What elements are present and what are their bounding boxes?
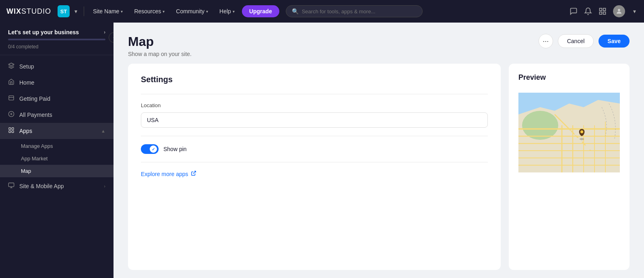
community-label: Community: [176, 8, 204, 15]
avatar-dropdown[interactable]: ▾: [632, 7, 638, 15]
svg-point-4: [618, 9, 620, 11]
site-name-label: Site Name: [93, 8, 119, 15]
setup-title-text: Let's set up your business: [8, 29, 79, 35]
studio-text: STUDIO: [21, 7, 51, 15]
sidebar-sub-item-map[interactable]: Map: [0, 165, 114, 177]
apps-icon: [8, 127, 14, 135]
setup-banner: Let's set up your business › 0/4 complet…: [0, 23, 114, 55]
svg-point-46: [580, 131, 583, 133]
map-svg: [518, 88, 620, 177]
sidebar-item-apps[interactable]: Apps ▲: [0, 123, 114, 139]
settings-panel: Settings Location ✓ Show pin: [128, 64, 501, 270]
explore-more-apps-link[interactable]: Explore more apps: [141, 170, 488, 177]
toggle-check-icon: ✓: [152, 147, 155, 151]
svg-rect-39: [586, 138, 593, 143]
apps-chevron: ▲: [101, 129, 105, 133]
sidebar-sub-item-manage-apps[interactable]: Manage Apps: [0, 140, 114, 152]
home-label: Home: [19, 79, 105, 86]
svg-rect-3: [600, 12, 602, 15]
svg-point-20: [522, 111, 558, 140]
svg-rect-11: [12, 128, 14, 130]
apps-submenu: Manage Apps App Market Map: [0, 139, 114, 178]
all-payments-label: All Payments: [19, 112, 105, 118]
bell-icon-button[interactable]: [584, 7, 592, 15]
search-icon: 🔍: [292, 8, 299, 15]
sidebar-item-home[interactable]: Home: [0, 75, 114, 91]
nav-community[interactable]: Community ▾: [172, 6, 212, 17]
external-link-icon: [191, 170, 196, 177]
site-mobile-chevron: ›: [104, 184, 105, 189]
svg-rect-13: [12, 131, 14, 133]
sidebar: ‹ Let's set up your business › 0/4 compl…: [0, 23, 114, 278]
sidebar-item-site-mobile[interactable]: Site & Mobile App ›: [0, 178, 114, 194]
search-input[interactable]: [302, 8, 417, 15]
svg-rect-10: [9, 128, 11, 130]
nav-help[interactable]: Help ▾: [215, 6, 239, 17]
chat-icon-button[interactable]: [570, 7, 578, 15]
avatar[interactable]: [613, 5, 625, 17]
setup-icon: [8, 62, 14, 71]
home-icon: [8, 79, 14, 87]
more-options-button[interactable]: ···: [539, 34, 553, 48]
sidebar-item-getting-paid[interactable]: Getting Paid: [0, 91, 114, 107]
svg-rect-43: [586, 145, 593, 150]
content-area: Map Show a map on your site. ··· Cancel …: [114, 23, 644, 278]
setup-progress-text: 0/4 completed: [8, 44, 38, 50]
page-title: Map: [128, 34, 192, 49]
main-area: ‹ Let's set up your business › 0/4 compl…: [0, 23, 644, 278]
svg-rect-12: [9, 131, 11, 133]
show-pin-label: Show pin: [163, 146, 187, 152]
svg-rect-0: [600, 8, 602, 11]
apps-label: Apps: [19, 128, 96, 134]
svg-rect-35: [586, 131, 593, 135]
map-preview: [518, 88, 620, 177]
all-payments-icon: [8, 111, 14, 119]
setup-arrow: ›: [104, 29, 105, 35]
page-subtitle: Show a map on your site.: [128, 51, 192, 57]
grid-icon-button[interactable]: [599, 7, 607, 15]
site-dropdown-button[interactable]: ▾: [73, 7, 79, 15]
page-title-section: Map Show a map on your site.: [128, 34, 192, 57]
svg-line-17: [193, 171, 195, 174]
location-input[interactable]: [141, 112, 488, 128]
site-mobile-label: Site & Mobile App: [19, 183, 99, 189]
nav-resources[interactable]: Resources ▾: [130, 6, 169, 17]
setup-progress-bar: [8, 39, 105, 40]
settings-divider-mid: [141, 136, 488, 136]
upgrade-button[interactable]: Upgrade: [242, 5, 279, 17]
app-market-label: App Market: [21, 156, 47, 162]
svg-rect-5: [9, 96, 14, 100]
preview-panel: Preview: [509, 64, 630, 270]
setup-title: Let's set up your business ›: [8, 29, 105, 35]
top-nav: WIXSTUDIO ST ▾ Site Name ▾ Resources ▾ C…: [0, 0, 644, 23]
svg-rect-2: [603, 12, 606, 15]
svg-rect-42: [575, 145, 582, 150]
nav-site-name[interactable]: Site Name ▾: [89, 6, 127, 17]
svg-rect-33: [564, 131, 571, 135]
sidebar-nav: Setup Home Getting Paid All Payments: [0, 55, 114, 278]
two-column-layout: Settings Location ✓ Show pin: [114, 64, 644, 278]
svg-rect-37: [564, 138, 571, 143]
cancel-button[interactable]: Cancel: [558, 34, 594, 48]
show-pin-toggle[interactable]: ✓: [141, 144, 159, 154]
header-actions: ··· Cancel Save: [539, 34, 630, 48]
svg-rect-44: [597, 145, 604, 150]
sidebar-item-setup[interactable]: Setup: [0, 58, 114, 75]
svg-rect-40: [597, 138, 604, 143]
svg-rect-36: [597, 131, 604, 135]
settings-divider-bottom: [141, 162, 488, 162]
sidebar-sub-item-app-market[interactable]: App Market: [0, 152, 114, 165]
map-label: Map: [21, 168, 31, 174]
svg-rect-14: [8, 183, 14, 187]
setup-label: Setup: [19, 63, 105, 70]
getting-paid-icon: [8, 95, 14, 103]
community-chevron: ▾: [206, 9, 208, 14]
site-mobile-icon: [8, 182, 14, 190]
help-label: Help: [219, 8, 231, 15]
save-button[interactable]: Save: [599, 35, 630, 48]
location-label: Location: [141, 102, 488, 108]
svg-rect-1: [603, 8, 606, 11]
sidebar-item-all-payments[interactable]: All Payments: [0, 107, 114, 123]
explore-link-text: Explore more apps: [141, 171, 188, 177]
svg-rect-41: [564, 145, 571, 150]
